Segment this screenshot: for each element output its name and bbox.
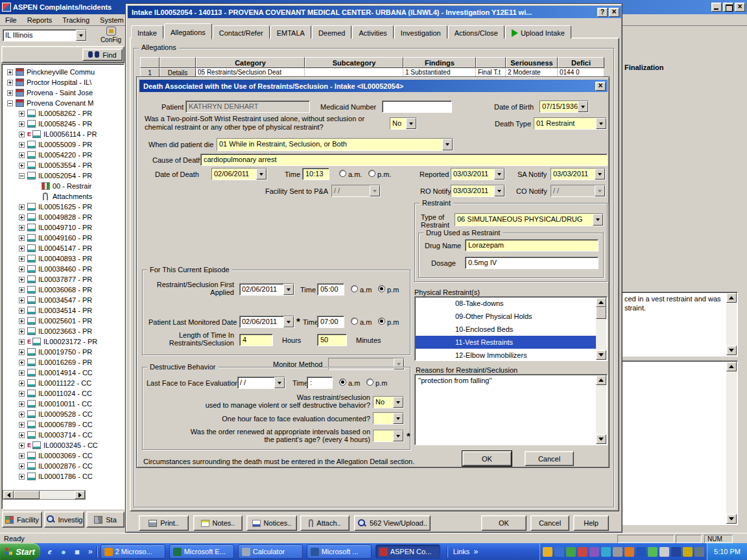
tray-icon[interactable] (566, 547, 576, 557)
tree-item[interactable]: IL00002876 - CC (2, 461, 124, 471)
column-header[interactable]: Seriousness (506, 57, 558, 68)
length-minutes-field[interactable]: 50 (317, 334, 347, 346)
tree-item[interactable]: IL00011024 - CC (2, 388, 124, 399)
dropdown-arrow-icon[interactable] (578, 101, 588, 112)
find-button[interactable]: Find (82, 49, 123, 61)
tree-item[interactable]: IL00009528 - CC (2, 409, 124, 419)
one-hour-question-combo[interactable] (373, 412, 404, 425)
tree-expander-icon[interactable] (19, 318, 25, 324)
dropdown-arrow-icon[interactable] (76, 30, 86, 41)
tree-expander-icon[interactable] (19, 121, 25, 127)
config-button[interactable]: ConFig (96, 27, 126, 46)
tree-expander-icon[interactable] (19, 142, 25, 148)
taskbar-clock[interactable]: 5:10 PM (707, 543, 747, 560)
tree-item[interactable]: Provena - Saint Jose (2, 88, 124, 98)
tree-expander-icon[interactable] (19, 287, 25, 293)
tree-item[interactable]: IL00019750 - PR (2, 347, 124, 357)
medicaid-field[interactable] (382, 100, 452, 113)
sidebar-tab-investigation[interactable]: Investig (44, 511, 84, 528)
wrist-combo[interactable]: No (390, 117, 417, 130)
tree-item[interactable]: IL00034514 - PR (2, 305, 124, 316)
dropdown-arrow-icon[interactable] (283, 284, 294, 295)
death-dialog-close-button[interactable] (595, 82, 606, 91)
death-ok-button[interactable]: OK (462, 451, 512, 466)
type-of-restraint-combo[interactable]: 06 SIMULTANEOUS PHYSICAL/DRUG (455, 213, 604, 226)
column-header[interactable]: Category (196, 57, 305, 68)
tree-item[interactable]: IL00056114 - PR (2, 129, 124, 139)
menu-item[interactable]: File (0, 15, 22, 25)
first-applied-date-combo[interactable]: 02/06/2011 (239, 283, 294, 296)
attach-button[interactable]: Attach.. (300, 515, 350, 531)
tree-expander-icon[interactable] (19, 412, 25, 417)
tree-item[interactable]: 00 - Restrair (2, 181, 124, 191)
intake-tab[interactable]: Contact/Refer (213, 25, 270, 39)
scroll-up-icon[interactable] (726, 293, 737, 303)
scroll-right-icon[interactable] (75, 491, 85, 499)
scroll-thumb[interactable] (596, 307, 606, 319)
last-monitored-date-combo[interactable]: 02/06/2011 (239, 316, 294, 328)
tree-item[interactable]: IL00052054 - PR (2, 170, 124, 181)
links-toolbar[interactable]: Links (451, 548, 473, 555)
tree-expander-icon[interactable] (19, 370, 25, 376)
column-header[interactable] (476, 57, 506, 68)
death-am-radio[interactable] (339, 170, 346, 177)
death-type-combo[interactable]: 01 Restraint (534, 117, 607, 130)
tray-icon[interactable] (636, 547, 646, 557)
start-button[interactable]: Start (0, 543, 40, 560)
death-dialog-titlebar[interactable]: Death Associated with the Use of Restrai… (139, 80, 608, 92)
tree-item[interactable]: IL00058262 - PR (2, 108, 124, 119)
print-button[interactable]: Print.. (139, 515, 189, 531)
tree-hscrollbar[interactable] (3, 490, 86, 500)
tree-expander-icon[interactable] (19, 443, 25, 449)
tray-icon[interactable] (578, 547, 587, 557)
quick-launch-icon[interactable]: e (44, 546, 56, 557)
tree-expander-icon[interactable] (7, 69, 13, 75)
tree-item[interactable]: IL00054220 - PR (2, 150, 124, 160)
dropdown-arrow-icon[interactable] (406, 118, 416, 129)
notes-button[interactable]: Notes.. (193, 515, 243, 531)
drug-name-field[interactable]: Lorazepam (465, 239, 599, 251)
dropdown-arrow-icon[interactable] (393, 397, 403, 408)
face-to-face-time-field[interactable]: : (307, 377, 333, 389)
scroll-down-icon[interactable] (596, 350, 606, 360)
quick-launch-overflow[interactable]: » (87, 547, 94, 556)
tree-expander-icon[interactable] (19, 163, 25, 169)
reasons-memo[interactable]: ''protection from falling'' (414, 374, 608, 445)
help-button[interactable] (597, 8, 608, 17)
secondary-vscrollbar[interactable] (726, 362, 737, 524)
tree-expander-icon[interactable] (19, 235, 25, 241)
tree-expander-icon[interactable] (19, 277, 25, 283)
tree-expander-icon[interactable] (19, 391, 25, 397)
tray-icon[interactable] (589, 547, 599, 557)
tree-item[interactable]: IL00016269 - PR (2, 357, 124, 368)
intake-tab[interactable]: Actions/Close (448, 25, 504, 39)
dropdown-arrow-icon[interactable] (596, 118, 606, 129)
intake-titlebar[interactable]: Intake IL00052054 - 140113 - PROVENA COV… (128, 6, 621, 18)
tree-expander-icon[interactable] (19, 401, 25, 407)
tree-expander-icon[interactable] (7, 100, 13, 106)
tree-item[interactable]: IL00053554 - PR (2, 160, 124, 170)
tree-expander-icon[interactable] (19, 225, 25, 231)
tree-expander-icon[interactable] (19, 111, 25, 117)
tray-icon[interactable] (554, 547, 564, 557)
scroll-up-icon[interactable] (596, 375, 606, 385)
notices-button[interactable]: Notices.. (246, 515, 297, 531)
scroll-down-icon[interactable] (596, 434, 606, 444)
tree-item[interactable]: IL00034547 - PR (2, 295, 124, 305)
tray-icon[interactable] (694, 547, 704, 557)
face-to-face-pm-radio[interactable] (366, 379, 374, 386)
tray-icon[interactable] (671, 547, 681, 557)
tree-item[interactable]: Provena Covenant M (2, 98, 124, 108)
intake-ok-button[interactable]: OK (481, 515, 527, 531)
tree-expander-icon[interactable] (19, 349, 25, 355)
taskbar-task-button[interactable]: Microsoft E... (169, 544, 234, 559)
tray-icon[interactable] (683, 547, 693, 557)
intake-help-button[interactable]: Help (573, 515, 609, 531)
tree-expander-icon[interactable] (19, 329, 25, 334)
tree-item[interactable]: IL00051625 - PR (2, 202, 124, 212)
dropdown-arrow-icon[interactable] (393, 413, 403, 424)
dropdown-arrow-icon[interactable] (595, 169, 605, 180)
physical-restraint-option[interactable]: 11-Vest Restraints (415, 336, 596, 349)
menu-item[interactable]: Tracking (57, 15, 95, 25)
column-header[interactable]: Subcategory (305, 57, 403, 68)
